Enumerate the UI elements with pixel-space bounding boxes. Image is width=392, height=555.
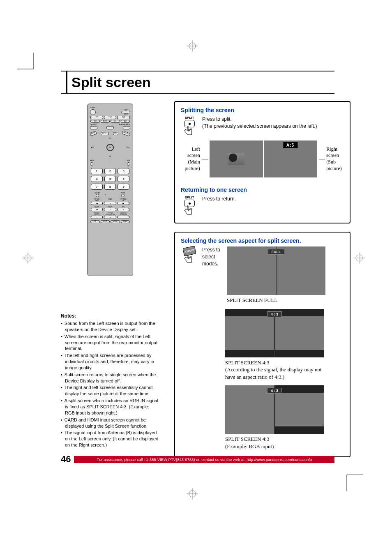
registration-mark-left	[22, 252, 34, 264]
hand-icon	[183, 126, 196, 136]
page-footer: 46 For assistance, please call : 1-888-V…	[61, 454, 334, 465]
right-screen-image: A:5	[264, 140, 317, 177]
crop-mark-tl	[17, 53, 37, 72]
note-item: A split screen which includes an RGB IN …	[61, 398, 159, 416]
section-splitting: Splitting the screen SPLIT Press to spli…	[174, 101, 350, 223]
split-instruction: Press to split. (The previously selected…	[202, 116, 317, 130]
note-item: The signal input from Antenna (B) is dis…	[61, 430, 159, 448]
return-instruction: Press to return.	[202, 196, 236, 203]
note-item: When the screen is split, signals of the…	[61, 334, 159, 352]
aspect-43-image-1: 4 : 3	[225, 309, 324, 357]
remote-control-illustration: POWER SAPLIGHT TVVCRDVD DBSRCVRCBLAUX TV…	[87, 104, 133, 276]
caption-43b: SPLIT SCREEN 4:3 (Example: RGB input)	[225, 435, 332, 450]
aspect-button-illustration: ASPECT	[181, 246, 198, 264]
split-button-illustration: SPLIT	[181, 116, 198, 136]
badge-a5: A:5	[283, 142, 297, 148]
heading-aspect: Selecting the screen aspect for split sc…	[181, 237, 344, 244]
heading-splitting: Splitting the screen	[181, 107, 344, 113]
hand-icon	[183, 205, 196, 216]
note-item: The right and left screens essentially c…	[61, 385, 159, 397]
split-screen-illustration: Left screen(Main picture) A:5 Right scre…	[181, 140, 344, 177]
notes-list: Sound from the Left screen is output fro…	[61, 320, 159, 448]
notes-section: Notes: Sound from the Left screen is out…	[61, 313, 159, 448]
section-aspect: Selecting the screen aspect for split sc…	[174, 232, 350, 457]
aspect-43-image-2: 4 : 3	[225, 385, 324, 434]
split-button-illustration-2: SPLIT	[181, 196, 198, 216]
footer-assistance: For assistance, please call : 1-888-VIEW…	[74, 456, 334, 463]
note-item: Sound from the Left screen is output fro…	[61, 320, 159, 333]
crop-mark-br	[344, 472, 363, 491]
page-number: 46	[61, 454, 71, 465]
aspect-full-image: FULL	[227, 246, 325, 295]
registration-mark-right	[353, 252, 365, 264]
aspect-instruction: Press to select modes.	[202, 246, 223, 267]
note-item: Split screen returns to single screen wh…	[61, 372, 159, 384]
caption-full: SPLIT SCREEN FULL	[227, 297, 334, 304]
registration-mark-bottom	[187, 488, 198, 500]
note-item: The left and right screens are processed…	[61, 352, 159, 371]
page-title-bar: Split screen	[61, 71, 334, 94]
note-item: CARD and HDMI input screen cannot be dis…	[61, 417, 159, 429]
caption-43a: SPLIT SCREEN 4:3 (According to the signa…	[225, 359, 332, 381]
notes-heading: Notes:	[61, 313, 159, 319]
registration-mark-top	[187, 40, 198, 52]
page-title: Split screen	[71, 74, 151, 90]
heading-returning: Returning to one screen	[181, 187, 344, 193]
left-screen-image	[210, 140, 263, 177]
